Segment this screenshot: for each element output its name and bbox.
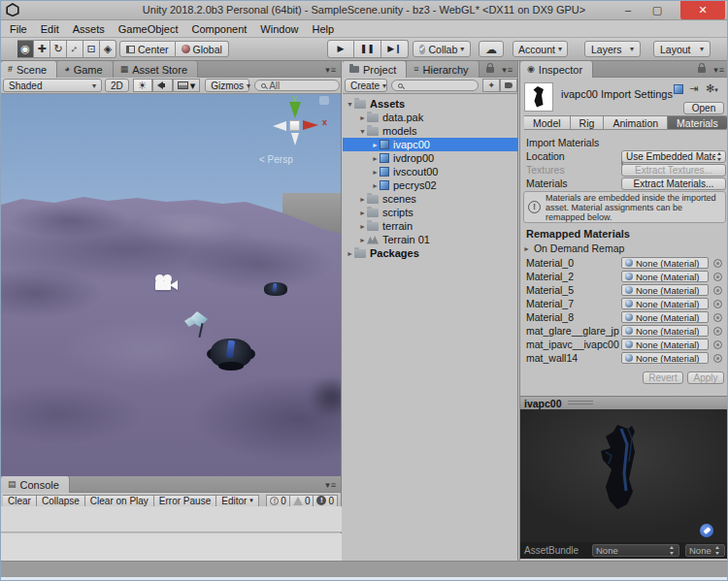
tree-item[interactable]: ► ivscout00 bbox=[343, 165, 518, 178]
2d-toggle[interactable]: 2D bbox=[105, 79, 129, 92]
expand-arrow-icon[interactable]: ► bbox=[371, 182, 380, 189]
tool-button[interactable]: ↻ bbox=[50, 40, 67, 58]
tree-item[interactable]: ▼ models bbox=[343, 124, 518, 138]
menu-item[interactable]: Component bbox=[184, 23, 253, 35]
menu-item[interactable]: File bbox=[3, 23, 34, 35]
tool-button[interactable]: ⊡ bbox=[83, 40, 100, 58]
console-log-list[interactable] bbox=[1, 506, 342, 533]
console-button[interactable]: Clear bbox=[3, 495, 37, 507]
gizmos-dropdown[interactable]: Gizmos▾ bbox=[205, 79, 249, 92]
maximize-button[interactable]: ▢ bbox=[644, 1, 671, 19]
tab-console[interactable]: Console bbox=[1, 476, 70, 493]
view-tab[interactable]: Asset Store bbox=[114, 61, 198, 78]
menu-item[interactable]: Window bbox=[253, 23, 305, 35]
tree-item[interactable]: ► scripts bbox=[343, 206, 518, 219]
lighting-toggle[interactable]: ☀ bbox=[133, 79, 152, 92]
preview-header[interactable]: ivapc00 bbox=[520, 396, 728, 409]
play-button[interactable]: ▶ bbox=[327, 40, 354, 58]
material-object-field[interactable]: None (Material) bbox=[621, 284, 709, 296]
tree-item[interactable]: ► data.pak bbox=[343, 111, 518, 124]
pause-button[interactable]: ❚❚ bbox=[354, 40, 381, 58]
axis-south-cone-icon[interactable] bbox=[291, 133, 299, 145]
expand-arrow-icon[interactable]: ▼ bbox=[346, 101, 354, 108]
tool-button[interactable]: ↕ bbox=[67, 40, 83, 58]
assetbundle-variant-dropdown[interactable]: None bbox=[685, 544, 725, 557]
import-tab[interactable]: Materials bbox=[668, 115, 728, 130]
view-tab[interactable]: Scene bbox=[1, 61, 57, 78]
tool-button[interactable]: ✚ bbox=[34, 40, 50, 58]
expand-arrow-icon[interactable]: ► bbox=[358, 114, 367, 121]
expand-arrow-icon[interactable]: ▼ bbox=[358, 128, 367, 135]
tree-item[interactable]: ► terrain bbox=[343, 219, 518, 233]
shading-mode-dropdown[interactable]: Shaded▾ bbox=[3, 79, 102, 92]
menu-item[interactable]: Assets bbox=[66, 23, 112, 35]
panel-tab[interactable]: Hierarchy bbox=[407, 61, 479, 78]
axis-x-cone-icon[interactable] bbox=[303, 120, 318, 130]
object-picker-icon[interactable] bbox=[713, 327, 722, 336]
account-dropdown[interactable]: Account▾ bbox=[513, 41, 568, 57]
layers-dropdown[interactable]: Layers▾ bbox=[584, 41, 641, 57]
cloud-button[interactable]: ☁ bbox=[479, 41, 504, 57]
asset-cube-icon[interactable] bbox=[674, 84, 683, 94]
expand-arrow-icon[interactable]: ► bbox=[358, 196, 367, 203]
panel-tab[interactable]: Project bbox=[343, 61, 407, 78]
expand-arrow-icon[interactable]: ► bbox=[358, 223, 367, 230]
effects-toggle[interactable]: ▾ bbox=[173, 79, 201, 92]
expand-arrow-icon[interactable]: ► bbox=[358, 210, 367, 216]
axis-y-cone-icon[interactable] bbox=[289, 102, 301, 118]
axis-west-cone-icon[interactable] bbox=[273, 121, 286, 131]
apply-button[interactable]: Apply bbox=[687, 371, 724, 384]
camera-gizmo-icon[interactable] bbox=[154, 274, 182, 291]
console-button[interactable]: Error Pause bbox=[154, 495, 216, 507]
view-tab[interactable]: Game bbox=[57, 61, 113, 78]
menu-item[interactable]: GameObject bbox=[112, 23, 185, 35]
tree-item[interactable]: ► pecrys02 bbox=[343, 178, 518, 192]
audio-toggle[interactable] bbox=[152, 79, 173, 92]
tree-item[interactable]: ► scenes bbox=[343, 192, 518, 206]
material-object-field[interactable]: None (Material) bbox=[621, 298, 709, 309]
tree-item[interactable]: ► ivapc00 bbox=[343, 138, 518, 151]
crystal-object[interactable] bbox=[184, 311, 210, 331]
tab-inspector[interactable]: Inspector bbox=[520, 61, 593, 78]
project-pane-menu-icon[interactable]: ▾≡ bbox=[502, 65, 513, 75]
apc-vehicle-small[interactable] bbox=[264, 282, 287, 296]
inspector-lock-icon[interactable] bbox=[698, 67, 706, 73]
perspective-label[interactable]: < Persp bbox=[259, 154, 293, 165]
drag-grip-icon[interactable] bbox=[568, 401, 593, 405]
expand-arrow-icon[interactable]: ► bbox=[371, 142, 380, 148]
location-popup[interactable]: Use Embedded Materials bbox=[621, 150, 726, 163]
asset-labels-button[interactable] bbox=[700, 524, 713, 537]
extract-materials-button[interactable]: Extract Materials... bbox=[621, 178, 726, 190]
material-object-field[interactable]: None (Material) bbox=[621, 352, 709, 364]
expand-arrow-icon[interactable]: ► bbox=[346, 250, 354, 257]
pivot-global-button[interactable]: Global bbox=[176, 41, 229, 57]
preview-viewport[interactable] bbox=[520, 409, 728, 542]
open-button[interactable]: Open bbox=[683, 102, 724, 114]
object-picker-icon[interactable] bbox=[713, 273, 722, 281]
collab-dropdown[interactable]: ✔Collab▾ bbox=[413, 41, 471, 57]
material-object-field[interactable]: None (Material) bbox=[621, 311, 709, 323]
info-count-toggle[interactable]: !0 bbox=[266, 495, 290, 507]
warning-count-toggle[interactable]: 0 bbox=[290, 495, 314, 507]
material-object-field[interactable]: None (Material) bbox=[621, 325, 709, 337]
tree-item[interactable]: ► ivdrop00 bbox=[343, 151, 518, 165]
inspector-pane-menu-icon[interactable]: ▾≡ bbox=[713, 65, 725, 75]
console-pane-menu-icon[interactable]: ▾≡ bbox=[325, 480, 337, 490]
apc-vehicle-large[interactable] bbox=[211, 339, 251, 368]
object-picker-icon[interactable] bbox=[713, 286, 722, 295]
object-picker-icon[interactable] bbox=[713, 300, 722, 308]
object-picker-icon[interactable] bbox=[713, 313, 722, 322]
material-object-field[interactable]: None (Material) bbox=[621, 271, 709, 282]
assetbundle-dropdown[interactable]: None bbox=[592, 544, 679, 557]
search-by-type-button[interactable]: ✦ bbox=[482, 79, 500, 92]
on-demand-remap-foldout[interactable]: ► On Demand Remap bbox=[523, 242, 624, 254]
minimize-button[interactable]: – bbox=[614, 1, 642, 19]
expand-arrow-icon[interactable]: ► bbox=[371, 169, 380, 176]
console-button[interactable]: Collapse bbox=[37, 495, 85, 507]
revert-button[interactable]: Revert bbox=[643, 371, 683, 384]
create-dropdown[interactable]: Create▾ bbox=[345, 79, 387, 92]
project-lock-icon[interactable] bbox=[486, 67, 494, 73]
import-tab[interactable]: Animation bbox=[604, 115, 668, 130]
object-picker-icon[interactable] bbox=[713, 259, 722, 268]
console-detail-pane[interactable] bbox=[1, 533, 342, 561]
